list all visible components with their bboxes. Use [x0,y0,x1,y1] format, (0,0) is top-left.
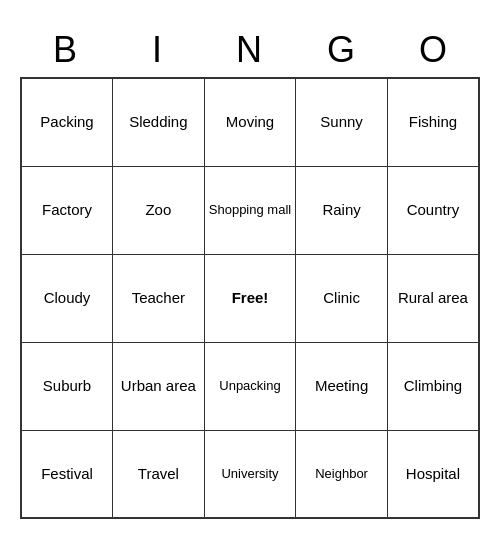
cell-0-0: Packing [21,78,113,166]
cell-3-4: Climbing [387,342,479,430]
header-o: O [388,25,480,75]
bingo-card: B I N G O Packing Sledding Moving Sunny … [20,25,480,519]
cell-4-3: Neighbor [296,430,388,518]
cell-0-4: Fishing [387,78,479,166]
cell-0-2: Moving [204,78,296,166]
table-row: Factory Zoo Shopping mall Rainy Country [21,166,479,254]
cell-4-2: University [204,430,296,518]
header-n: N [204,25,296,75]
bingo-grid: Packing Sledding Moving Sunny Fishing Fa… [20,77,480,519]
cell-4-4: Hospital [387,430,479,518]
cell-3-1: Urban area [113,342,205,430]
header-b: B [20,25,112,75]
cell-2-4: Rural area [387,254,479,342]
cell-0-1: Sledding [113,78,205,166]
table-row: Festival Travel University Neighbor Hosp… [21,430,479,518]
cell-2-0: Cloudy [21,254,113,342]
cell-2-1: Teacher [113,254,205,342]
table-row: Packing Sledding Moving Sunny Fishing [21,78,479,166]
bingo-header: B I N G O [20,25,480,75]
header-g: G [296,25,388,75]
table-row: Cloudy Teacher Free! Clinic Rural area [21,254,479,342]
cell-4-1: Travel [113,430,205,518]
cell-1-3: Rainy [296,166,388,254]
cell-3-0: Suburb [21,342,113,430]
cell-3-2: Unpacking [204,342,296,430]
cell-0-3: Sunny [296,78,388,166]
cell-2-2: Free! [204,254,296,342]
cell-1-2: Shopping mall [204,166,296,254]
cell-1-4: Country [387,166,479,254]
cell-1-0: Factory [21,166,113,254]
header-i: I [112,25,204,75]
table-row: Suburb Urban area Unpacking Meeting Clim… [21,342,479,430]
cell-2-3: Clinic [296,254,388,342]
cell-1-1: Zoo [113,166,205,254]
cell-4-0: Festival [21,430,113,518]
cell-3-3: Meeting [296,342,388,430]
